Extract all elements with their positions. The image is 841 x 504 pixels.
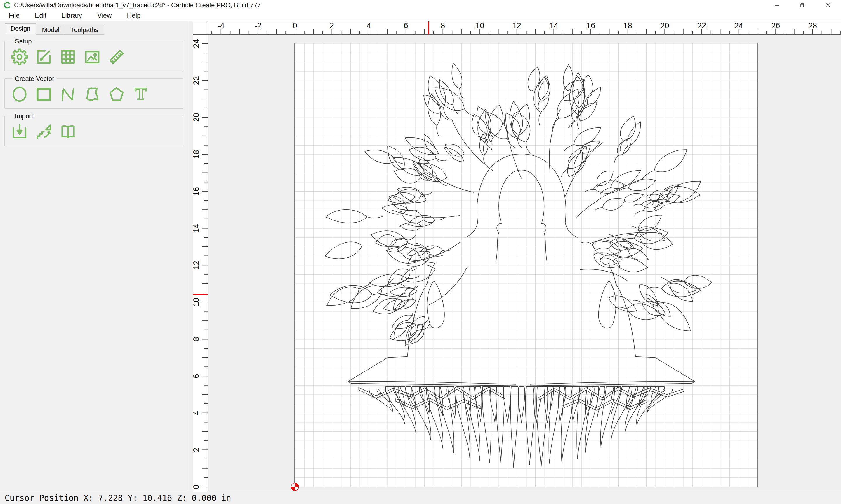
svg-text:-2: -2	[254, 21, 261, 30]
svg-text:12: 12	[513, 21, 521, 30]
svg-text:T: T	[135, 85, 147, 103]
image-icon[interactable]	[83, 48, 101, 66]
import-file-icon[interactable]	[11, 123, 29, 141]
svg-text:18: 18	[193, 150, 201, 159]
svg-text:14: 14	[549, 21, 558, 30]
library-icon[interactable]	[59, 123, 77, 141]
window-controls	[764, 0, 841, 11]
svg-text:26: 26	[771, 21, 780, 30]
svg-text:22: 22	[193, 76, 201, 85]
svg-text:20: 20	[193, 113, 201, 122]
svg-text:0: 0	[293, 21, 297, 30]
curve-blob-icon[interactable]	[83, 85, 101, 103]
menu-view[interactable]: View	[93, 12, 116, 20]
svg-text:6: 6	[193, 374, 201, 378]
svg-text:2: 2	[330, 21, 334, 30]
close-icon	[825, 2, 831, 8]
svg-text:4: 4	[367, 21, 371, 30]
group-label: Import	[12, 112, 36, 120]
group-label: Create Vector	[12, 75, 57, 83]
stock-workspace[interactable]	[295, 43, 757, 487]
measure-ruler-icon[interactable]	[107, 48, 125, 66]
svg-text:24: 24	[734, 21, 743, 30]
svg-text:16: 16	[193, 187, 201, 196]
restore-button[interactable]	[790, 0, 815, 11]
minimize-icon	[774, 2, 780, 8]
group-setup: Setup	[4, 41, 183, 71]
rectangle-icon[interactable]	[35, 85, 53, 103]
cursor-y-marker	[193, 294, 208, 295]
tab-design[interactable]: Design	[5, 23, 36, 34]
polyline-icon[interactable]	[59, 85, 77, 103]
gear-icon[interactable]	[11, 48, 29, 66]
svg-text:8: 8	[441, 21, 445, 30]
menu-edit[interactable]: Edit	[31, 12, 51, 20]
polygon-icon[interactable]	[107, 85, 125, 103]
app-logo-icon	[3, 1, 11, 9]
svg-text:8: 8	[193, 337, 201, 341]
title-bar: C:/Users/willa/Downloads/boeddha 1_v7_tr…	[0, 0, 841, 11]
cursor-position-readout: Cursor Position X: 7.228 Y: 10.416 Z: 0.…	[5, 493, 231, 503]
ruler-horizontal: -4-20246810121416182022242628	[208, 21, 841, 35]
text-icon[interactable]: T	[132, 85, 150, 103]
window-title: C:/Users/willa/Downloads/boeddha 1_v7_tr…	[14, 1, 261, 9]
svg-text:24: 24	[193, 39, 201, 48]
svg-text:22: 22	[697, 21, 706, 30]
ruler-corner	[193, 21, 208, 35]
svg-text:18: 18	[623, 21, 632, 30]
svg-text:14: 14	[193, 224, 201, 232]
group-import: Import	[4, 116, 183, 146]
ruler-vertical: 024681012141618202224	[193, 35, 208, 492]
status-bar: Cursor Position X: 7.228 Y: 10.416 Z: 0.…	[0, 492, 841, 504]
svg-text:16: 16	[586, 21, 595, 30]
menu-bar: FileEditLibraryViewHelp	[0, 11, 841, 21]
svg-text:28: 28	[808, 21, 817, 30]
svg-text:4: 4	[193, 411, 201, 415]
panel-tabs: DesignModelToolpaths	[0, 21, 188, 34]
menu-library[interactable]: Library	[57, 12, 86, 20]
cursor-x-marker	[428, 21, 429, 34]
ruler-left-scale: 024681012141618202224	[193, 35, 208, 492]
design-vectors[interactable]	[295, 43, 757, 487]
menu-help[interactable]: Help	[123, 12, 144, 20]
design-panel: DesignModelToolpaths SetupCreate VectorT…	[0, 21, 188, 492]
svg-text:0: 0	[193, 484, 201, 489]
group-create-vector: Create VectorT	[4, 78, 183, 109]
svg-text:10: 10	[193, 298, 201, 307]
grid-icon[interactable]	[59, 48, 77, 66]
svg-text:20: 20	[660, 21, 669, 30]
restore-icon	[799, 2, 806, 8]
group-label: Setup	[12, 38, 34, 45]
circle-icon[interactable]	[11, 85, 29, 103]
svg-text:12: 12	[193, 261, 201, 270]
menu-file[interactable]: File	[5, 12, 24, 20]
trace-image-icon[interactable]	[35, 123, 53, 141]
canvas-area[interactable]: -4-20246810121416182022242628 0246810121…	[188, 21, 841, 492]
ruler-top-scale: -4-20246810121416182022242628	[208, 21, 841, 34]
origin-marker-icon	[291, 482, 299, 491]
svg-text:6: 6	[404, 21, 408, 30]
svg-text:10: 10	[475, 21, 484, 30]
tab-toolpaths[interactable]: Toolpaths	[65, 25, 104, 35]
edit-job-icon[interactable]	[35, 48, 53, 66]
svg-text:2: 2	[193, 448, 201, 452]
tab-model[interactable]: Model	[36, 25, 65, 35]
close-button[interactable]	[815, 0, 841, 11]
svg-text:-4: -4	[218, 21, 225, 30]
minimize-button[interactable]	[764, 0, 790, 11]
